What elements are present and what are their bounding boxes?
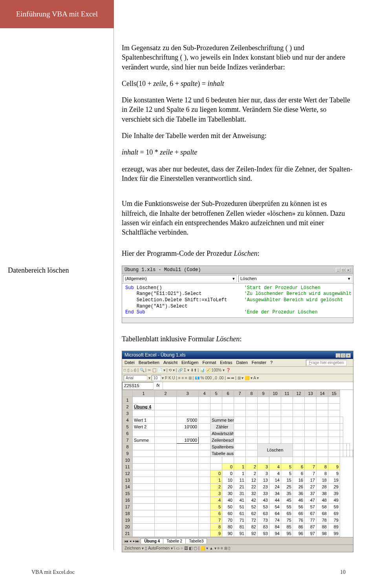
cell[interactable] (246, 437, 258, 443)
form-button[interactable]: Abwärtszähler (210, 430, 234, 437)
cell[interactable]: 83 (258, 523, 269, 530)
cell[interactable] (177, 523, 199, 530)
cell[interactable] (199, 523, 210, 530)
cell[interactable] (258, 423, 269, 430)
row-header[interactable]: 4 (123, 417, 133, 423)
cell[interactable] (293, 450, 305, 457)
cell[interactable] (293, 417, 305, 423)
cell[interactable] (246, 423, 258, 430)
cell[interactable] (199, 457, 210, 463)
column-header[interactable]: 14 (317, 390, 328, 397)
menu-item[interactable]: Bearbeiten (139, 360, 159, 365)
form-button[interactable]: Summe berechnen (210, 417, 234, 423)
cell[interactable]: 46 (293, 497, 305, 503)
formatting-toolbar[interactable]: Arial ▾ 10 ▾ F K U | ≡ ≡ ≡ ⊞ | 💶 % 000 ,… (122, 374, 353, 382)
cell[interactable] (246, 443, 258, 450)
cell[interactable] (317, 397, 328, 403)
cell[interactable] (199, 397, 210, 403)
cell[interactable] (234, 397, 246, 403)
cell[interactable]: 7 (305, 470, 317, 477)
cell[interactable] (234, 437, 246, 443)
cell[interactable]: 54 (269, 503, 281, 510)
cell[interactable]: 85 (281, 523, 293, 530)
cell[interactable] (177, 483, 199, 490)
cell[interactable] (258, 457, 269, 463)
cell[interactable]: 97 (305, 530, 317, 537)
cell[interactable]: 40 (222, 497, 234, 503)
cell[interactable]: 38 (317, 490, 328, 497)
sheet-tabs[interactable]: ⏮ ◀ ▶ ⏭ Übung 4Tabelle 2Tabelle3 (122, 537, 353, 545)
cell[interactable]: 1 (234, 463, 246, 470)
cell[interactable]: 68 (317, 510, 328, 517)
cell[interactable] (234, 457, 246, 463)
cell[interactable] (269, 437, 281, 443)
cell[interactable] (328, 423, 340, 430)
cell[interactable] (177, 503, 199, 510)
cell[interactable] (133, 470, 155, 477)
name-box[interactable]: Z25S15 (122, 382, 154, 390)
cell[interactable]: 69 (328, 510, 340, 517)
cell[interactable] (246, 430, 258, 437)
drawing-toolbar[interactable]: Zeichnen ▾ ▯ AutoFormen ▾ \ ▭ ○ 🖼 ◧ ▢ | … (122, 544, 353, 552)
cell[interactable] (258, 430, 269, 437)
cell[interactable] (199, 530, 210, 537)
cell[interactable]: 7 (210, 517, 222, 523)
cell[interactable]: 35 (281, 490, 293, 497)
row-header[interactable]: 14 (123, 483, 133, 490)
window-buttons[interactable]: _□× (335, 267, 351, 273)
cell[interactable]: 2 (246, 470, 258, 477)
cell[interactable]: 58 (317, 503, 328, 510)
cell[interactable]: 3 (258, 470, 269, 477)
cell[interactable] (317, 443, 328, 450)
cell[interactable]: 8 (317, 463, 328, 470)
cell[interactable]: 80 (222, 523, 234, 530)
cell[interactable]: 70 (222, 517, 234, 523)
cell[interactable]: 47 (305, 497, 317, 503)
cell[interactable] (293, 443, 305, 450)
cell[interactable] (133, 477, 155, 483)
cell[interactable] (177, 530, 199, 537)
cell[interactable] (133, 510, 155, 517)
cell[interactable] (210, 410, 222, 417)
cell[interactable] (199, 510, 210, 517)
cell[interactable] (155, 483, 177, 490)
cell[interactable]: 55 (281, 503, 293, 510)
cell[interactable]: 6 (293, 470, 305, 477)
column-header[interactable]: 2 (155, 390, 177, 397)
cell[interactable] (155, 523, 177, 530)
column-header[interactable]: 1 (133, 390, 155, 397)
cell[interactable] (305, 410, 317, 417)
cell[interactable] (293, 457, 305, 463)
cell[interactable] (155, 530, 177, 537)
cell[interactable]: 22 (246, 483, 258, 490)
menu-item[interactable]: Fenster (252, 360, 266, 365)
cell[interactable] (222, 397, 234, 403)
sheet-tab[interactable]: Tabelle 2 (163, 538, 186, 544)
cell[interactable]: Übung 4 (133, 403, 155, 410)
cell[interactable] (177, 497, 199, 503)
cell[interactable] (222, 410, 234, 417)
cell[interactable]: 12 (246, 477, 258, 483)
cell[interactable] (177, 457, 199, 463)
cell[interactable] (133, 410, 155, 417)
cell[interactable]: 61 (234, 510, 246, 517)
cell[interactable] (305, 417, 317, 423)
sheet-tab[interactable]: Übung 4 (141, 538, 163, 544)
cell[interactable]: 87 (305, 523, 317, 530)
column-header[interactable]: 8 (246, 390, 258, 397)
cell[interactable] (133, 463, 155, 470)
menu-item[interactable]: Format (202, 360, 216, 365)
cell[interactable]: 2 (246, 463, 258, 470)
cell[interactable] (177, 410, 199, 417)
cell[interactable]: 75 (281, 517, 293, 523)
cell[interactable] (317, 430, 328, 437)
cell[interactable] (281, 457, 293, 463)
cell[interactable] (246, 397, 258, 403)
cell[interactable] (281, 417, 293, 423)
cell[interactable]: 1 (210, 477, 222, 483)
cell[interactable]: 24 (269, 483, 281, 490)
cell[interactable] (258, 397, 269, 403)
cell[interactable] (328, 457, 340, 463)
cell[interactable] (210, 463, 222, 470)
cell[interactable]: 92 (246, 530, 258, 537)
